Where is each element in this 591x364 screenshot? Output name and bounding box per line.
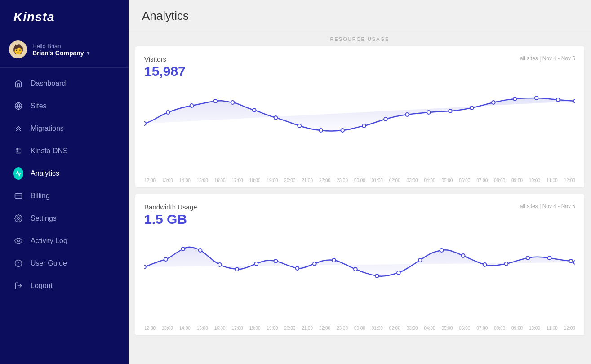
svg-point-42	[332, 258, 336, 262]
svg-point-16	[253, 108, 256, 112]
svg-point-11	[144, 122, 146, 125]
sidebar: Kinsta 🧑 Hello Brian Brian's Company ▾ D…	[0, 0, 129, 364]
bandwidth-metric-name: Bandwidth Usage	[144, 203, 197, 211]
svg-point-18	[298, 124, 301, 128]
sidebar-item-label: Billing	[31, 192, 50, 200]
visitors-x-labels: 12:0013:0014:0015:0016:0017:0018:0019:00…	[144, 175, 575, 187]
svg-point-29	[535, 96, 538, 100]
sidebar-item-label: Analytics	[31, 169, 59, 178]
logo-text: Kinsta	[13, 10, 55, 24]
svg-point-1	[17, 148, 18, 149]
bandwidth-date-range: all sites | Nov 4 - Nov 5	[520, 203, 575, 209]
chevron-down-icon: ▾	[87, 50, 89, 56]
svg-point-23	[405, 113, 409, 116]
bandwidth-chart-card: Bandwidth Usage 1.5 GB all sites | Nov 4…	[135, 194, 584, 335]
sidebar-item-analytics[interactable]: Analytics	[4, 162, 124, 185]
sidebar-item-label: Sites	[31, 102, 47, 110]
svg-point-32	[144, 265, 146, 269]
svg-point-41	[313, 262, 316, 266]
svg-point-24	[427, 111, 431, 114]
user-profile[interactable]: 🧑 Hello Brian Brian's Company ▾	[0, 34, 129, 68]
svg-point-33	[164, 257, 168, 261]
sidebar-item-label: Dashboard	[31, 80, 66, 88]
svg-point-46	[418, 258, 422, 262]
bandwidth-metric-value: 1.5 GB	[144, 212, 197, 227]
svg-point-48	[462, 254, 465, 257]
svg-point-12	[166, 111, 170, 114]
sidebar-item-label: User Guide	[31, 259, 67, 267]
visitors-chart-header: Visitors 15,987 all sites | Nov 4 - Nov …	[144, 55, 575, 84]
page-title: Analytics	[142, 9, 578, 23]
bandwidth-x-labels: 12:0013:0014:0015:0016:0017:0018:0019:00…	[144, 323, 575, 335]
svg-point-20	[341, 129, 344, 132]
user-info: Hello Brian Brian's Company ▾	[32, 43, 120, 57]
sidebar-item-migrations[interactable]: Migrations	[4, 117, 124, 140]
svg-point-44	[375, 274, 379, 278]
sidebar-item-label: Settings	[31, 214, 57, 222]
svg-point-13	[190, 104, 194, 107]
logo-area: Kinsta	[0, 0, 129, 34]
bandwidth-chart-svg	[144, 233, 575, 314]
sidebar-item-activity-log[interactable]: Activity Log	[4, 230, 124, 252]
svg-point-34	[181, 247, 185, 251]
sidebar-item-kinsta-dns[interactable]: Kinsta DNS	[4, 140, 124, 162]
sidebar-item-label: Migrations	[31, 124, 64, 133]
sidebar-item-label: Activity Log	[31, 237, 67, 245]
svg-point-49	[483, 263, 487, 266]
visitors-date-range: all sites | Nov 4 - Nov 5	[520, 55, 575, 62]
svg-point-38	[255, 262, 258, 266]
svg-point-50	[505, 262, 508, 266]
avatar: 🧑	[9, 40, 27, 58]
svg-point-51	[526, 256, 530, 260]
settings-icon	[13, 213, 23, 223]
bandwidth-chart-header: Bandwidth Usage 1.5 GB all sites | Nov 4…	[144, 203, 575, 231]
resource-usage-label: RESOURCE USAGE	[129, 30, 591, 46]
main-nav: Dashboard Sites Migrations Kinsta DNS	[0, 72, 129, 297]
main-header: Analytics	[129, 0, 591, 30]
sidebar-item-billing[interactable]: Billing	[4, 185, 124, 207]
bandwidth-metric-info: Bandwidth Usage 1.5 GB	[144, 203, 197, 231]
svg-point-31	[573, 99, 575, 103]
svg-point-21	[362, 124, 366, 128]
svg-point-45	[397, 271, 400, 275]
svg-point-27	[492, 101, 495, 104]
main-content: Analytics RESOURCE USAGE Visitors 15,987…	[129, 0, 591, 364]
visitors-metric-info: Visitors 15,987	[144, 55, 186, 84]
sidebar-item-logout[interactable]: Logout	[4, 275, 124, 297]
sidebar-item-user-guide[interactable]: User Guide	[4, 252, 124, 275]
svg-point-54	[573, 261, 575, 264]
svg-point-47	[440, 249, 444, 252]
svg-point-39	[274, 259, 278, 263]
svg-point-40	[296, 266, 299, 270]
visitors-metric-name: Visitors	[144, 55, 186, 63]
svg-point-5	[18, 218, 20, 220]
visitors-chart-svg	[144, 85, 575, 166]
user-greeting: Hello Brian	[32, 43, 120, 49]
sidebar-item-settings[interactable]: Settings	[4, 207, 124, 230]
svg-point-28	[513, 97, 517, 101]
sites-icon	[13, 101, 23, 111]
activity-icon	[13, 236, 23, 246]
svg-point-15	[231, 101, 235, 104]
analytics-icon	[13, 169, 23, 178]
svg-point-19	[319, 129, 323, 132]
svg-point-43	[354, 267, 357, 271]
bandwidth-chart-area	[144, 233, 575, 323]
sidebar-item-dashboard[interactable]: Dashboard	[4, 72, 124, 95]
svg-point-26	[470, 106, 474, 110]
svg-point-22	[384, 117, 387, 121]
visitors-chart-card: Visitors 15,987 all sites | Nov 4 - Nov …	[135, 46, 584, 187]
svg-rect-3	[15, 194, 22, 199]
dns-icon	[13, 146, 23, 156]
svg-point-2	[17, 151, 18, 151]
sidebar-item-sites[interactable]: Sites	[4, 95, 124, 117]
migrations-icon	[13, 124, 23, 133]
svg-point-36	[218, 263, 222, 266]
svg-point-37	[235, 267, 239, 271]
visitors-metric-value: 15,987	[144, 64, 186, 79]
billing-icon	[13, 191, 23, 201]
svg-point-35	[199, 249, 202, 252]
sidebar-item-label: Kinsta DNS	[31, 147, 68, 155]
home-icon	[13, 79, 23, 89]
logout-icon	[13, 281, 23, 291]
